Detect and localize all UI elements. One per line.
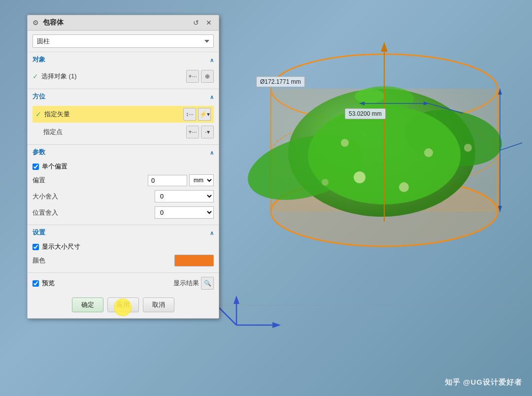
crosshair-btn[interactable]: ⊕ bbox=[201, 70, 214, 83]
section-settings-label: 设置 bbox=[33, 228, 45, 237]
single-offset-row: 单个偏置 bbox=[33, 161, 214, 172]
refresh-button[interactable]: ↺ bbox=[191, 18, 201, 27]
specify-point-controls: +··· ·▾ bbox=[186, 126, 214, 138]
preview-label: 预览 bbox=[42, 279, 55, 288]
section-settings: 设置 显示大小尺寸 颜色 bbox=[28, 225, 219, 273]
section-orientation-label: 方位 bbox=[33, 92, 45, 101]
select-object-controls: +··· ⊕ bbox=[186, 70, 214, 83]
section-params-header[interactable]: 参数 bbox=[28, 145, 219, 159]
apply-button[interactable]: 应用 bbox=[107, 297, 139, 312]
color-swatch[interactable] bbox=[174, 255, 214, 266]
specify-point-label: 指定点 bbox=[43, 128, 183, 136]
svg-marker-23 bbox=[272, 322, 281, 328]
section-object-label: 对象 bbox=[33, 55, 45, 64]
vector-dropdown-btn[interactable]: ⚡▾ bbox=[198, 108, 211, 121]
cancel-button[interactable]: 取消 bbox=[143, 297, 174, 312]
svg-point-12 bbox=[354, 171, 366, 183]
size-round-label: 大小舍入 bbox=[33, 192, 152, 201]
show-results-search-btn[interactable]: 🔍 bbox=[201, 277, 214, 290]
svg-line-35 bbox=[500, 143, 522, 150]
dialog-buttons: 确定 应用 取消 bbox=[28, 294, 219, 318]
svg-marker-34 bbox=[498, 206, 502, 212]
preview-row: 预览 bbox=[33, 279, 55, 288]
show-size-checkbox[interactable] bbox=[33, 244, 39, 250]
color-row: 颜色 bbox=[33, 253, 214, 268]
section-params-chevron bbox=[210, 149, 214, 156]
select-object-row: ✓ 选择对象 (1) +··· ⊕ bbox=[33, 68, 214, 85]
pos-round-label: 位置舍入 bbox=[33, 208, 152, 217]
dialog-title-bar: ⚙ 包容体 ↺ ✕ bbox=[28, 15, 219, 31]
dimension-height-label: 53.0200 mm bbox=[345, 108, 386, 119]
pos-round-select[interactable]: 0 0.5 1 bbox=[155, 206, 214, 219]
show-size-label: 显示大小尺寸 bbox=[42, 242, 80, 251]
dialog-bottom: 预览 显示结果 🔍 bbox=[28, 273, 219, 294]
preview-checkbox[interactable] bbox=[33, 280, 39, 287]
svg-marker-33 bbox=[498, 89, 502, 95]
offset-input-row: mm in bbox=[148, 174, 214, 186]
specify-point-row: 指定点 +··· ·▾ bbox=[33, 124, 214, 140]
specify-vector-checkmark: ✓ bbox=[35, 110, 41, 118]
svg-point-15 bbox=[464, 144, 472, 152]
svg-point-14 bbox=[424, 148, 433, 157]
dialog-title-buttons: ↺ ✕ bbox=[191, 18, 214, 27]
vector-btn1[interactable]: ↕··· bbox=[183, 108, 196, 121]
svg-marker-21 bbox=[381, 42, 388, 52]
single-offset-label: 单个偏置 bbox=[42, 162, 67, 171]
offset-label: 偏置 bbox=[33, 176, 145, 185]
select-object-label: 选择对象 (1) bbox=[41, 72, 183, 81]
dialog-title: 包容体 bbox=[43, 18, 187, 27]
section-orientation-content: ✓ 指定矢量 ↕··· ⚡▾ 指定点 +··· ·▾ bbox=[28, 103, 219, 144]
dimension-diameter-label: Ø172.1771 mm bbox=[256, 76, 305, 87]
section-object-content: ✓ 选择对象 (1) +··· ⊕ bbox=[28, 66, 219, 89]
section-object-header[interactable]: 对象 bbox=[28, 52, 219, 66]
specify-vector-row: ✓ 指定矢量 ↕··· ⚡▾ bbox=[33, 106, 214, 123]
size-round-select[interactable]: 0 0.5 1 bbox=[155, 190, 214, 202]
svg-marker-27 bbox=[233, 296, 239, 304]
color-label: 颜色 bbox=[33, 256, 171, 265]
section-params-content: 单个偏置 偏置 mm in 大小舍入 0 0.5 1 bbox=[28, 159, 219, 225]
section-object: 对象 ✓ 选择对象 (1) +··· ⊕ bbox=[28, 52, 219, 89]
point-btn1[interactable]: +··· bbox=[186, 126, 199, 138]
svg-point-17 bbox=[341, 139, 349, 147]
specify-vector-controls: ↕··· ⚡▾ bbox=[183, 108, 211, 121]
ok-button[interactable]: 确定 bbox=[72, 297, 103, 312]
settings-icon: ⚙ bbox=[33, 19, 39, 27]
section-orientation: 方位 ✓ 指定矢量 ↕··· ⚡▾ 指定点 +··· ·▾ bbox=[28, 89, 219, 145]
svg-point-13 bbox=[399, 182, 409, 192]
section-params: 参数 单个偏置 偏置 mm in 大小 bbox=[28, 145, 219, 225]
add-object-btn[interactable]: +··· bbox=[186, 70, 199, 83]
svg-point-19 bbox=[355, 89, 384, 103]
section-settings-content: 显示大小尺寸 颜色 bbox=[28, 239, 219, 272]
select-object-checkmark: ✓ bbox=[33, 72, 38, 80]
type-dropdown[interactable]: 圆柱 长方体 球体 bbox=[33, 34, 214, 48]
show-results-row: 显示结果 🔍 bbox=[173, 277, 214, 290]
section-object-chevron bbox=[210, 56, 214, 64]
close-button[interactable]: ✕ bbox=[204, 18, 214, 27]
show-results-label: 显示结果 bbox=[173, 279, 199, 288]
specify-vector-label: 指定矢量 bbox=[44, 110, 180, 119]
svg-point-16 bbox=[322, 179, 329, 186]
offset-unit-select[interactable]: mm in bbox=[189, 174, 214, 186]
offset-row: 偏置 mm in bbox=[33, 172, 214, 188]
dialog-panel: ⚙ 包容体 ↺ ✕ 圆柱 长方体 球体 对象 ✓ 选择对象 (1) +··· ⊕ bbox=[27, 15, 219, 319]
watermark: 知乎 @UG设计爱好者 bbox=[445, 378, 522, 387]
section-settings-header[interactable]: 设置 bbox=[28, 225, 219, 239]
pos-round-row: 位置舍入 0 0.5 1 bbox=[33, 204, 214, 221]
show-size-row: 显示大小尺寸 bbox=[33, 241, 214, 253]
size-round-row: 大小舍入 0 0.5 1 bbox=[33, 188, 214, 204]
section-params-label: 参数 bbox=[33, 148, 45, 157]
section-orientation-header[interactable]: 方位 bbox=[28, 89, 219, 103]
type-dropdown-row: 圆柱 长方体 球体 bbox=[28, 31, 219, 52]
section-settings-chevron bbox=[210, 229, 214, 236]
single-offset-checkbox[interactable] bbox=[33, 164, 39, 170]
offset-input[interactable] bbox=[148, 175, 187, 186]
section-orientation-chevron bbox=[210, 93, 214, 100]
point-dropdown-btn[interactable]: ·▾ bbox=[201, 126, 214, 138]
